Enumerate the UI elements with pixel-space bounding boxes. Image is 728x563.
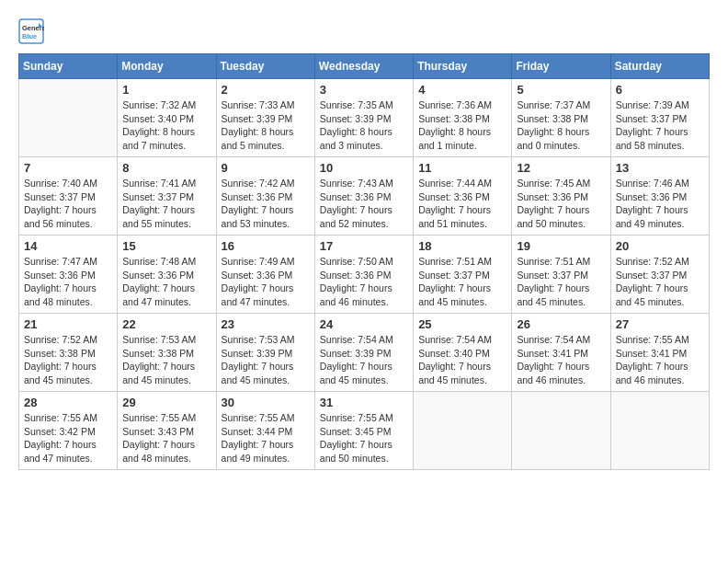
- day-cell: [19, 79, 118, 157]
- day-info: Sunrise: 7:36 AMSunset: 3:38 PMDaylight:…: [418, 98, 506, 153]
- day-info: Sunrise: 7:51 AMSunset: 3:37 PMDaylight:…: [418, 255, 506, 309]
- day-cell: 12Sunrise: 7:45 AMSunset: 3:36 PMDayligh…: [512, 157, 610, 236]
- day-cell: 13Sunrise: 7:46 AMSunset: 3:36 PMDayligh…: [610, 157, 709, 236]
- day-info: Sunrise: 7:48 AMSunset: 3:36 PMDaylight:…: [122, 255, 210, 309]
- header-sunday: Sunday: [19, 54, 118, 79]
- day-number: 23: [222, 317, 310, 331]
- logo-icon: General Blue: [18, 18, 44, 44]
- day-info: Sunrise: 7:46 AMSunset: 3:36 PMDaylight:…: [616, 177, 704, 231]
- day-info: Sunrise: 7:52 AMSunset: 3:38 PMDaylight:…: [24, 333, 112, 387]
- day-cell: 18Sunrise: 7:51 AMSunset: 3:37 PMDayligh…: [414, 236, 512, 314]
- day-info: Sunrise: 7:39 AMSunset: 3:37 PMDaylight:…: [616, 98, 704, 153]
- day-cell: 30Sunrise: 7:55 AMSunset: 3:44 PMDayligh…: [216, 392, 314, 470]
- day-info: Sunrise: 7:37 AMSunset: 3:38 PMDaylight:…: [517, 98, 605, 153]
- day-info: Sunrise: 7:42 AMSunset: 3:36 PMDaylight:…: [222, 177, 310, 231]
- day-number: 13: [616, 161, 704, 175]
- day-cell: 7Sunrise: 7:40 AMSunset: 3:37 PMDaylight…: [19, 157, 118, 236]
- day-info: Sunrise: 7:54 AMSunset: 3:39 PMDaylight:…: [320, 333, 408, 387]
- day-number: 22: [122, 317, 210, 331]
- day-number: 3: [320, 83, 408, 97]
- day-number: 1: [122, 83, 210, 97]
- day-number: 21: [24, 317, 112, 331]
- day-number: 28: [24, 396, 112, 409]
- svg-text:Blue: Blue: [22, 32, 37, 40]
- day-number: 9: [222, 161, 310, 175]
- page-header: General Blue: [18, 18, 710, 44]
- day-number: 29: [122, 396, 210, 409]
- day-cell: 15Sunrise: 7:48 AMSunset: 3:36 PMDayligh…: [118, 236, 216, 314]
- day-cell: 1Sunrise: 7:32 AMSunset: 3:40 PMDaylight…: [118, 79, 216, 157]
- day-number: 10: [320, 161, 408, 175]
- day-cell: 26Sunrise: 7:54 AMSunset: 3:41 PMDayligh…: [512, 314, 610, 392]
- day-info: Sunrise: 7:55 AMSunset: 3:44 PMDaylight:…: [222, 411, 310, 465]
- day-number: 7: [24, 161, 112, 175]
- day-info: Sunrise: 7:32 AMSunset: 3:40 PMDaylight:…: [122, 98, 210, 153]
- day-number: 12: [517, 161, 605, 175]
- day-cell: 11Sunrise: 7:44 AMSunset: 3:36 PMDayligh…: [414, 157, 512, 236]
- day-info: Sunrise: 7:52 AMSunset: 3:37 PMDaylight:…: [616, 255, 704, 309]
- day-info: Sunrise: 7:55 AMSunset: 3:43 PMDaylight:…: [122, 411, 210, 465]
- day-info: Sunrise: 7:54 AMSunset: 3:41 PMDaylight:…: [517, 333, 605, 387]
- day-cell: 6Sunrise: 7:39 AMSunset: 3:37 PMDaylight…: [610, 79, 709, 157]
- day-number: 16: [222, 239, 310, 253]
- header-thursday: Thursday: [414, 54, 512, 79]
- day-number: 24: [320, 317, 408, 331]
- day-info: Sunrise: 7:41 AMSunset: 3:37 PMDaylight:…: [122, 177, 210, 231]
- day-number: 19: [517, 239, 605, 253]
- header-wednesday: Wednesday: [314, 54, 413, 79]
- day-cell: 17Sunrise: 7:50 AMSunset: 3:36 PMDayligh…: [314, 236, 413, 314]
- day-cell: 8Sunrise: 7:41 AMSunset: 3:37 PMDaylight…: [118, 157, 216, 236]
- day-number: 6: [616, 83, 704, 97]
- day-cell: 31Sunrise: 7:55 AMSunset: 3:45 PMDayligh…: [314, 392, 413, 470]
- day-cell: [512, 392, 610, 470]
- day-cell: 24Sunrise: 7:54 AMSunset: 3:39 PMDayligh…: [314, 314, 413, 392]
- day-cell: 22Sunrise: 7:53 AMSunset: 3:38 PMDayligh…: [118, 314, 216, 392]
- logo: General Blue: [18, 18, 50, 44]
- week-row-1: 1Sunrise: 7:32 AMSunset: 3:40 PMDaylight…: [19, 79, 710, 157]
- day-info: Sunrise: 7:44 AMSunset: 3:36 PMDaylight:…: [418, 177, 506, 231]
- day-info: Sunrise: 7:47 AMSunset: 3:36 PMDaylight:…: [24, 255, 112, 309]
- day-info: Sunrise: 7:53 AMSunset: 3:39 PMDaylight:…: [222, 333, 310, 387]
- day-number: 11: [418, 161, 506, 175]
- day-cell: 25Sunrise: 7:54 AMSunset: 3:40 PMDayligh…: [414, 314, 512, 392]
- day-number: 8: [122, 161, 210, 175]
- calendar-header-row: SundayMondayTuesdayWednesdayThursdayFrid…: [19, 54, 710, 79]
- day-number: 5: [517, 83, 605, 97]
- day-cell: 23Sunrise: 7:53 AMSunset: 3:39 PMDayligh…: [216, 314, 314, 392]
- day-cell: 27Sunrise: 7:55 AMSunset: 3:41 PMDayligh…: [610, 314, 709, 392]
- day-cell: 19Sunrise: 7:51 AMSunset: 3:37 PMDayligh…: [512, 236, 610, 314]
- day-cell: 14Sunrise: 7:47 AMSunset: 3:36 PMDayligh…: [19, 236, 118, 314]
- header-monday: Monday: [118, 54, 216, 79]
- day-cell: 28Sunrise: 7:55 AMSunset: 3:42 PMDayligh…: [19, 392, 118, 470]
- day-number: 31: [320, 396, 408, 409]
- day-cell: 21Sunrise: 7:52 AMSunset: 3:38 PMDayligh…: [19, 314, 118, 392]
- day-cell: 3Sunrise: 7:35 AMSunset: 3:39 PMDaylight…: [314, 79, 413, 157]
- day-cell: 20Sunrise: 7:52 AMSunset: 3:37 PMDayligh…: [610, 236, 709, 314]
- header-saturday: Saturday: [610, 54, 709, 79]
- day-info: Sunrise: 7:54 AMSunset: 3:40 PMDaylight:…: [418, 333, 506, 387]
- day-info: Sunrise: 7:55 AMSunset: 3:45 PMDaylight:…: [320, 411, 408, 465]
- day-number: 27: [616, 317, 704, 331]
- day-number: 15: [122, 239, 210, 253]
- day-info: Sunrise: 7:55 AMSunset: 3:42 PMDaylight:…: [24, 411, 112, 465]
- day-number: 17: [320, 239, 408, 253]
- day-cell: 2Sunrise: 7:33 AMSunset: 3:39 PMDaylight…: [216, 79, 314, 157]
- day-cell: 9Sunrise: 7:42 AMSunset: 3:36 PMDaylight…: [216, 157, 314, 236]
- day-info: Sunrise: 7:51 AMSunset: 3:37 PMDaylight:…: [517, 255, 605, 309]
- day-info: Sunrise: 7:55 AMSunset: 3:41 PMDaylight:…: [616, 333, 704, 387]
- day-number: 30: [222, 396, 310, 409]
- header-tuesday: Tuesday: [216, 54, 314, 79]
- day-info: Sunrise: 7:49 AMSunset: 3:36 PMDaylight:…: [222, 255, 310, 309]
- week-row-3: 14Sunrise: 7:47 AMSunset: 3:36 PMDayligh…: [19, 236, 710, 314]
- day-number: 14: [24, 239, 112, 253]
- day-info: Sunrise: 7:35 AMSunset: 3:39 PMDaylight:…: [320, 98, 408, 153]
- day-number: 4: [418, 83, 506, 97]
- day-info: Sunrise: 7:40 AMSunset: 3:37 PMDaylight:…: [24, 177, 112, 231]
- day-cell: [414, 392, 512, 470]
- week-row-5: 28Sunrise: 7:55 AMSunset: 3:42 PMDayligh…: [19, 392, 710, 470]
- day-info: Sunrise: 7:33 AMSunset: 3:39 PMDaylight:…: [222, 98, 310, 153]
- svg-text:General: General: [22, 24, 44, 32]
- header-friday: Friday: [512, 54, 610, 79]
- day-number: 26: [517, 317, 605, 331]
- week-row-2: 7Sunrise: 7:40 AMSunset: 3:37 PMDaylight…: [19, 157, 710, 236]
